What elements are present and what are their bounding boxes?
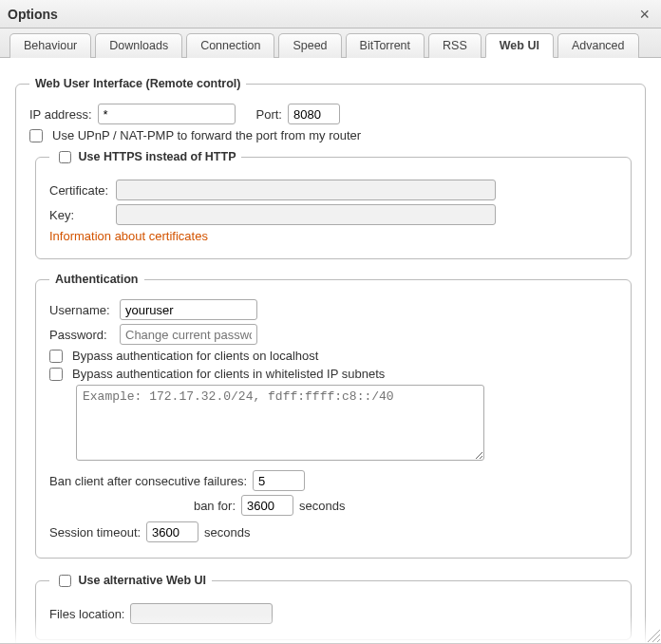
session-timeout-unit: seconds bbox=[204, 525, 250, 540]
port-input[interactable] bbox=[288, 104, 340, 124]
row-key: Key: bbox=[49, 204, 617, 225]
titlebar: Options × bbox=[0, 0, 661, 28]
tab-rss[interactable]: RSS bbox=[428, 33, 482, 58]
password-label: Password: bbox=[49, 328, 114, 342]
ip-label: IP address: bbox=[29, 107, 92, 122]
key-label: Key: bbox=[49, 208, 110, 222]
ban-for-input[interactable] bbox=[241, 495, 293, 516]
ban-after-input[interactable] bbox=[253, 470, 305, 491]
row-ip-port: IP address: Port: bbox=[29, 104, 632, 124]
port-label: Port: bbox=[256, 107, 282, 122]
close-icon[interactable]: × bbox=[635, 6, 653, 23]
row-ban-after: Ban client after consecutive failures: bbox=[49, 470, 617, 491]
bypass-whitelist-label: Bypass authentication for clients in whi… bbox=[72, 367, 385, 381]
row-cert-info: Information about certificates bbox=[49, 229, 617, 243]
cert-info-link[interactable]: Information about certificates bbox=[49, 229, 208, 243]
altui-files-label: Files location: bbox=[49, 607, 124, 621]
tab-bittorrent[interactable]: BitTorrent bbox=[346, 33, 425, 58]
ban-for-label: ban for: bbox=[49, 499, 236, 513]
row-subnet-textarea bbox=[76, 385, 617, 461]
https-checkbox[interactable] bbox=[59, 151, 71, 163]
ban-for-unit: seconds bbox=[299, 499, 345, 513]
row-ban-for: ban for: seconds bbox=[49, 495, 617, 516]
fieldset-auth: Authentication Username: Password: Bypas… bbox=[35, 273, 632, 559]
altui-files-input bbox=[130, 603, 273, 624]
options-dialog: Options × Behaviour Downloads Connection… bbox=[0, 0, 661, 644]
fieldset-webui-legend: Web User Interface (Remote control) bbox=[29, 77, 246, 90]
altui-checkbox[interactable] bbox=[59, 575, 71, 587]
resize-grip-icon[interactable] bbox=[644, 626, 661, 643]
ban-after-label: Ban client after consecutive failures: bbox=[49, 474, 247, 488]
tab-content-webui: Web User Interface (Remote control) IP a… bbox=[0, 58, 661, 644]
username-input[interactable] bbox=[120, 299, 257, 320]
row-session-timeout: Session timeout: seconds bbox=[49, 521, 617, 542]
cert-label: Certificate: bbox=[49, 183, 110, 198]
fieldset-altui: Use alternative Web UI Files location: bbox=[35, 572, 632, 640]
fieldset-altui-legend: Use alternative Web UI bbox=[49, 572, 212, 590]
fieldset-auth-legend: Authentication bbox=[49, 273, 144, 286]
tab-connection[interactable]: Connection bbox=[186, 33, 274, 58]
password-input[interactable] bbox=[120, 324, 257, 345]
tab-behaviour[interactable]: Behaviour bbox=[9, 33, 91, 58]
row-password: Password: bbox=[49, 324, 617, 345]
username-label: Username: bbox=[49, 303, 114, 317]
https-title: Use HTTPS instead of HTTP bbox=[78, 150, 236, 163]
svg-line-2 bbox=[657, 639, 660, 642]
bypass-localhost-label: Bypass authentication for clients on loc… bbox=[72, 349, 318, 363]
upnp-checkbox[interactable] bbox=[29, 129, 43, 142]
session-timeout-input[interactable] bbox=[146, 521, 198, 542]
bypass-localhost-checkbox[interactable] bbox=[49, 350, 63, 363]
session-timeout-label: Session timeout: bbox=[49, 525, 141, 540]
cert-input bbox=[116, 180, 496, 200]
fieldset-https: Use HTTPS instead of HTTP Certificate: K… bbox=[35, 148, 632, 259]
window-title: Options bbox=[8, 7, 635, 22]
tabbar: Behaviour Downloads Connection Speed Bit… bbox=[0, 28, 661, 58]
bypass-whitelist-checkbox[interactable] bbox=[49, 368, 63, 381]
subnet-textarea[interactable] bbox=[76, 385, 484, 461]
row-altui-files: Files location: bbox=[49, 603, 617, 624]
key-input bbox=[116, 204, 496, 225]
ip-input[interactable] bbox=[98, 104, 236, 124]
tab-advanced[interactable]: Advanced bbox=[557, 33, 639, 58]
tab-downloads[interactable]: Downloads bbox=[95, 33, 182, 58]
row-bypass-localhost: Bypass authentication for clients on loc… bbox=[49, 349, 617, 363]
fieldset-https-legend: Use HTTPS instead of HTTP bbox=[49, 148, 241, 166]
row-upnp: Use UPnP / NAT-PMP to forward the port f… bbox=[29, 128, 632, 142]
altui-title: Use alternative Web UI bbox=[78, 574, 206, 587]
upnp-label: Use UPnP / NAT-PMP to forward the port f… bbox=[52, 128, 361, 142]
row-username: Username: bbox=[49, 299, 617, 320]
row-cert: Certificate: bbox=[49, 180, 617, 200]
tab-speed[interactable]: Speed bbox=[278, 33, 341, 58]
row-bypass-whitelist: Bypass authentication for clients in whi… bbox=[49, 367, 617, 381]
fieldset-webui: Web User Interface (Remote control) IP a… bbox=[15, 77, 646, 644]
tab-webui[interactable]: Web UI bbox=[485, 33, 554, 58]
